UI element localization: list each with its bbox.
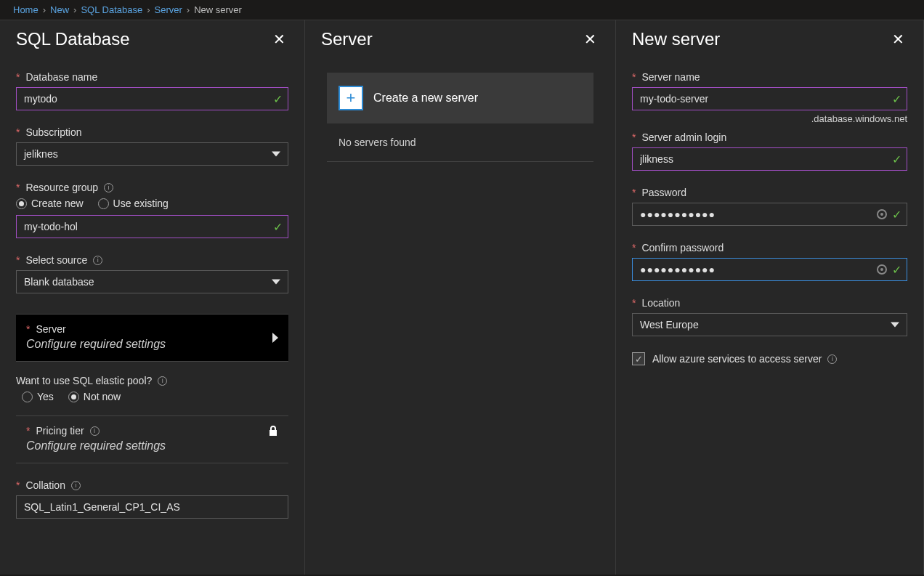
close-icon[interactable]: ✕ [581,29,599,49]
chevron-down-icon [272,280,280,285]
info-icon[interactable]: i [71,481,81,490]
create-new-server-label: Create a new server [373,92,478,105]
resource-group-label: *Resource groupi [16,182,288,193]
elastic-notnow-radio[interactable]: Not now [68,391,121,402]
subscription-label: *Subscription [16,126,288,138]
admin-login-input[interactable] [632,147,907,171]
info-icon[interactable]: i [93,256,102,265]
breadcrumb-sqldatabase[interactable]: SQL Database [81,4,142,15]
breadcrumb-home[interactable]: Home [13,4,38,15]
server-name-suffix: .database.windows.net [632,113,907,124]
create-new-server-button[interactable]: + Create a new server [327,73,593,123]
pricing-tier-sub: Configure required settings [26,439,278,453]
select-source-label: *Select sourcei [16,254,288,266]
allow-azure-label: Allow azure services to access server i [652,353,837,365]
plus-icon: + [339,86,363,110]
confirm-password-input[interactable] [632,258,907,281]
server-name-label: *Server name [632,71,907,83]
subscription-select[interactable]: jeliknes [16,142,288,166]
password-label: *Password [632,187,907,198]
chevron-down-icon [891,323,899,328]
chevron-right-icon: › [73,4,76,15]
close-icon[interactable]: ✕ [270,29,288,49]
pricing-tier-nav[interactable]: *Pricing tieri Configure required settin… [16,416,288,463]
panel-title-sql: SQL Database [16,29,130,49]
chevron-right-icon: › [187,4,190,15]
confirm-password-label: *Confirm password [632,242,907,253]
server-settings-nav[interactable]: *Server Configure required settings [16,314,288,362]
panel-title-server: Server [321,29,373,49]
select-source-select[interactable]: Blank database [16,270,288,293]
panel-sql-database: SQL Database ✕ *Database name ✓ *Subscri… [0,20,305,575]
breadcrumb-current: New server [194,4,242,15]
close-icon[interactable]: ✕ [889,29,907,49]
info-icon[interactable]: i [827,354,837,364]
collation-label: *Collationi [16,479,288,491]
panel-new-server: New server ✕ *Server name ✓ .database.wi… [616,20,924,575]
panel-title-new-server: New server [632,29,720,49]
breadcrumb-server[interactable]: Server [155,4,182,15]
rg-create-new-radio[interactable]: Create new [16,198,84,209]
server-name-input[interactable] [632,87,907,110]
allow-azure-checkbox[interactable]: ✓ [632,352,645,365]
chevron-right-icon [272,333,278,343]
admin-login-label: *Server admin login [632,131,907,143]
breadcrumb-new[interactable]: New [50,4,69,15]
info-icon[interactable]: i [158,376,167,386]
password-input[interactable] [632,203,907,226]
server-settings-sub: Configure required settings [26,338,278,351]
lock-icon [268,425,278,439]
chevron-down-icon [272,152,280,157]
elastic-pool-label: Want to use SQL elastic pool?i [16,375,288,386]
location-label: *Location [632,297,907,309]
info-icon[interactable]: i [104,183,113,192]
database-name-label: *Database name [16,71,288,83]
no-servers-text: No servers found [327,123,593,162]
chevron-right-icon: › [147,4,150,15]
location-select[interactable]: West Europe [632,313,907,336]
panel-server: Server ✕ + Create a new server No server… [305,20,616,575]
database-name-input[interactable] [16,87,288,110]
chevron-right-icon: › [43,4,46,15]
rg-use-existing-radio[interactable]: Use existing [98,198,169,209]
elastic-yes-radio[interactable]: Yes [22,391,54,402]
info-icon[interactable]: i [90,426,100,436]
collation-input[interactable] [16,495,288,519]
resource-group-input[interactable] [16,215,288,238]
breadcrumb: Home › New › SQL Database › Server › New… [0,0,924,20]
